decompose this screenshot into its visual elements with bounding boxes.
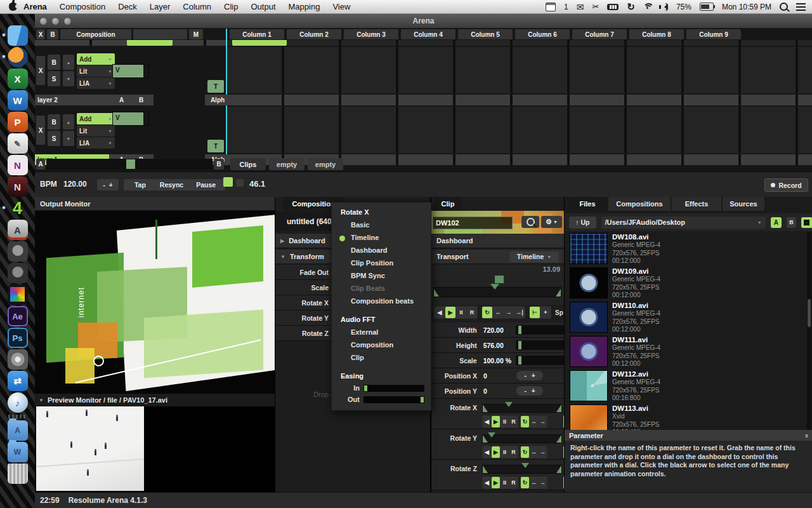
up-button[interactable]: ↑Up [569, 217, 596, 229]
layer-v-slider[interactable]: V [112, 64, 149, 78]
layer-up-button[interactable]: ▲ [63, 114, 74, 130]
blend-mode-dropdown[interactable]: Add▼ [77, 113, 115, 124]
output-b-button[interactable]: B [787, 217, 796, 228]
file-item[interactable]: DW110.aviGeneric MPEG-4720x576, 25FPS00:… [565, 300, 808, 335]
layer-down-button[interactable]: ▼ [63, 71, 74, 86]
layer-bypass-button[interactable]: B [48, 114, 60, 130]
easing-in-bar[interactable] [363, 385, 424, 392]
folder-applications-icon[interactable]: A [8, 420, 28, 441]
menu-mapping[interactable]: Mapping [282, 2, 327, 11]
transport-button[interactable]: → [504, 307, 514, 318]
mode2-dropdown[interactable]: Lit▼ [77, 65, 115, 77]
transport-button[interactable]: R [509, 416, 518, 427]
column-header-7[interactable]: Column 7 [572, 29, 627, 39]
crossfader-track[interactable] [46, 159, 213, 170]
layer-down-button[interactable]: ▼ [63, 131, 74, 146]
file-item[interactable]: DW113.aviXvid720x576, 25FPS00:08:400 [565, 403, 808, 430]
menu-item-dashboard[interactable]: Dashboard [332, 244, 431, 257]
layer-t-button[interactable]: T [207, 80, 224, 93]
final-cut-icon[interactable] [8, 284, 28, 305]
column-header-3[interactable]: Column 3 [344, 29, 398, 39]
transport-active-button[interactable]: ▶ [492, 477, 500, 488]
param-value[interactable]: 576.00 [483, 342, 516, 349]
param-stepper[interactable]: -+ [516, 371, 543, 380]
excel-icon[interactable]: X [8, 69, 28, 89]
expanded-triangle-icon[interactable]: ▼ [280, 254, 285, 260]
crossfader-handle[interactable] [126, 159, 135, 169]
menu-item-composition[interactable]: Composition [332, 338, 431, 351]
wifi-icon[interactable] [643, 3, 653, 10]
column-header-8[interactable]: Column 8 [629, 29, 684, 39]
view-grid-button[interactable] [801, 217, 812, 228]
transport-button[interactable]: ◀ [483, 477, 491, 488]
column-header-9[interactable]: Column 9 [686, 29, 741, 39]
layer-x-button[interactable]: X [36, 116, 45, 145]
transport-active-button[interactable]: ⊢ [530, 307, 540, 318]
param-slider[interactable] [516, 356, 564, 365]
sync-icon[interactable]: ↻ [627, 1, 635, 13]
transport-mode-dropdown[interactable]: Timeline▼ [509, 251, 559, 262]
tap-button[interactable]: Tap [127, 181, 154, 189]
rotate-track[interactable] [482, 465, 562, 474]
menu-item-timeline[interactable]: Timeline [332, 231, 431, 244]
app-a-icon[interactable]: A [8, 220, 28, 240]
trash-icon[interactable] [8, 464, 28, 484]
word-icon[interactable]: W [8, 90, 28, 110]
param-stepper[interactable]: -+ [516, 386, 543, 396]
layer-alpha-label[interactable]: Alph [205, 95, 230, 105]
composition-b-button[interactable]: B [47, 29, 58, 39]
layer-v-slider[interactable]: V [112, 112, 149, 126]
bpm-stepper[interactable]: -+ [97, 179, 119, 190]
path-dropdown[interactable]: /Users/JFAudio/Desktop▼ [601, 217, 766, 229]
menu-easing-out[interactable]: Out [332, 394, 431, 405]
file-item[interactable]: DW108.aviGeneric MPEG-4720x576, 25FPS00:… [565, 232, 808, 266]
disc-app-icon[interactable] [8, 349, 28, 370]
mode3-dropdown[interactable]: LIA▼ [77, 137, 115, 149]
transport-button[interactable]: ↔ [530, 446, 538, 458]
menu-output[interactable]: Output [244, 2, 282, 11]
transport-button[interactable]: R [509, 446, 518, 458]
transport-button[interactable]: → [539, 477, 547, 488]
transport-button[interactable]: → [539, 446, 547, 458]
layer-b-button[interactable]: B [139, 97, 143, 104]
finder-icon[interactable] [8, 25, 28, 46]
menu-layer[interactable]: Layer [143, 2, 177, 11]
timeline-playhead[interactable] [495, 276, 504, 283]
folder-system-icon[interactable]: W [8, 442, 28, 462]
app-n-dark-icon[interactable]: N [8, 177, 28, 197]
utility-app-icon[interactable]: ✂ [592, 2, 599, 11]
transport-button[interactable]: ↔ [530, 416, 538, 427]
clip-dashboard-header[interactable]: Dashboard [431, 234, 564, 248]
menu-easing-in[interactable]: In [332, 382, 431, 394]
file-item[interactable]: DW109.aviGeneric MPEG-4720x576, 25FPS00:… [565, 266, 808, 300]
transport-button[interactable]: R [467, 307, 477, 318]
tab-clip[interactable]: Clip [434, 197, 462, 211]
rotate-track[interactable] [482, 404, 562, 413]
layer-bypass-button[interactable]: B [48, 55, 60, 70]
output-monitor-header[interactable]: Output Monitor [35, 197, 275, 211]
menu-item-composition-beats[interactable]: Composition beats [332, 295, 431, 307]
blend-mode-dropdown[interactable]: Add▼ [77, 53, 115, 65]
param-value[interactable]: 720.00 [483, 326, 516, 334]
tab-files[interactable]: Files [568, 197, 607, 211]
param-value[interactable]: 100.00 % [483, 357, 516, 364]
column-header-4[interactable]: Column 4 [401, 29, 455, 39]
composition-name-strip[interactable] [133, 29, 187, 39]
file-scrollbar-thumb[interactable] [808, 299, 811, 327]
transport-active-button[interactable]: ▶ [492, 416, 500, 427]
file-item[interactable]: DW111.aviGeneric MPEG-4720x576, 25FPS00:… [565, 335, 808, 369]
transport-button[interactable]: ◀ [483, 446, 491, 458]
menu-item-external[interactable]: External [332, 326, 431, 338]
apple-menu-icon[interactable] [9, 3, 17, 11]
calendar-icon[interactable] [546, 3, 556, 11]
itunes-icon[interactable]: ♪ [8, 392, 28, 413]
menu-item-clip[interactable]: Clip [332, 351, 431, 364]
transport-button[interactable]: + [540, 307, 551, 318]
param-value[interactable]: 0 [483, 387, 516, 395]
textedit-icon[interactable]: ✎ [8, 133, 28, 154]
menu-view[interactable]: View [326, 2, 357, 11]
layer-x-button[interactable]: X [36, 56, 45, 85]
deck-tab-clips[interactable]: Clips [230, 158, 266, 170]
transport-button[interactable]: II [501, 446, 509, 458]
pause-button[interactable]: Pause [190, 181, 222, 189]
